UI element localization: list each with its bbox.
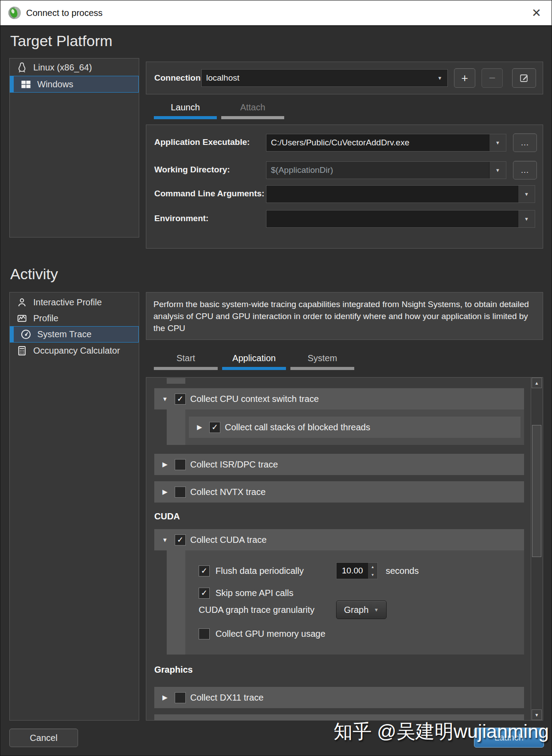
option-collect-cuda-trace[interactable]: ▼ ✓ Collect CUDA trace <box>154 529 524 550</box>
working-directory-value: $(ApplicationDir) <box>266 165 489 175</box>
target-platform-heading: Target Platform <box>10 32 113 50</box>
tab-application[interactable]: Application <box>222 350 286 371</box>
application-executable-label: Application Executable: <box>154 137 250 147</box>
environment-label: Environment: <box>154 214 208 223</box>
environment-field[interactable]: ▼ <box>266 210 535 228</box>
selection-bar <box>10 326 14 343</box>
chevron-down-icon[interactable]: ▼ <box>489 134 506 151</box>
working-directory-label: Working Directory: <box>154 165 230 175</box>
graph-granularity-dropdown[interactable]: Graph ▼ <box>336 600 387 619</box>
gauge-icon <box>20 328 32 340</box>
scrollbar[interactable]: ▲ ▼ <box>531 378 542 720</box>
collapse-arrow-icon[interactable]: ▶ <box>160 694 170 701</box>
indent-guide <box>167 409 185 445</box>
activity-item-occupancy-calculator[interactable]: Occupancy Calculator <box>10 343 139 359</box>
activity-list: Interactive Profile Profile System Trace… <box>9 292 139 721</box>
application-executable-value: C:/Users/Public/CuVectorAddDrv.exe <box>266 138 489 148</box>
title-bar: Connect to process ✕ <box>0 0 552 26</box>
option-collect-isr-dpc[interactable]: ▶ Collect ISR/DPC trace <box>154 454 524 475</box>
flush-interval-unit: seconds <box>386 566 419 576</box>
option-collect-dx11[interactable]: ▶ Collect DX11 trace <box>154 687 524 708</box>
browse-executable-button[interactable]: ... <box>513 133 537 152</box>
cuda-section-header: CUDA <box>154 511 180 522</box>
checkbox[interactable]: ✓ <box>175 394 186 405</box>
activity-description: Perform the basic system-wide tracing ca… <box>146 292 543 340</box>
chevron-down-icon[interactable]: ▼ <box>489 162 506 179</box>
indent-guide <box>167 550 185 655</box>
activity-item-profile[interactable]: Profile <box>10 310 139 326</box>
platform-item-windows[interactable]: Windows <box>10 76 139 93</box>
option-collect-gpu-memory[interactable]: Collect GPU memory usage <box>185 625 524 643</box>
windows-logo-icon <box>20 78 32 90</box>
activity-label: Interactive Profile <box>33 297 102 308</box>
checkbox[interactable]: ✓ <box>209 422 220 433</box>
remove-connection-button[interactable]: − <box>482 68 503 88</box>
edit-pencil-icon <box>519 73 529 83</box>
chevron-down-icon: ▼ <box>374 607 379 612</box>
activity-description-panel: Perform the basic system-wide tracing ca… <box>146 292 543 340</box>
linux-penguin-icon <box>16 62 28 74</box>
clipped-row <box>154 714 524 720</box>
chevron-down-icon[interactable]: ▼ <box>518 210 535 227</box>
checkbox[interactable] <box>175 487 186 498</box>
collapse-arrow-icon[interactable]: ▶ <box>194 423 205 431</box>
checkbox[interactable]: ✓ <box>199 565 210 577</box>
chevron-down-icon[interactable]: ▼ <box>518 186 535 203</box>
tab-launch[interactable]: Launch <box>154 99 217 120</box>
spinner-up-icon[interactable]: ▲ <box>368 563 377 571</box>
chevron-down-icon: ▼ <box>432 75 447 81</box>
expand-arrow-icon[interactable]: ▼ <box>160 537 170 543</box>
activity-label: Profile <box>33 313 59 323</box>
expand-arrow-icon[interactable]: ▼ <box>160 396 170 402</box>
browse-working-directory-button[interactable]: ... <box>513 161 537 179</box>
activity-heading: Activity <box>10 265 58 283</box>
chart-icon <box>16 312 28 324</box>
add-connection-button[interactable]: + <box>454 68 475 88</box>
collapse-arrow-icon[interactable]: ▶ <box>160 488 170 496</box>
close-icon[interactable]: ✕ <box>529 0 544 25</box>
command-line-arguments-field[interactable]: ▼ <box>266 185 535 203</box>
spinner-down-icon[interactable]: ▼ <box>368 571 377 579</box>
trace-options-panel: ▼ ✓ Collect CPU context switch trace ▶ ✓… <box>146 377 543 721</box>
checkbox[interactable] <box>175 692 186 703</box>
cancel-button[interactable]: Cancel <box>9 729 78 747</box>
connection-select[interactable]: localhost ▼ <box>201 69 448 87</box>
scrollbar-thumb[interactable] <box>532 425 541 557</box>
launch-button[interactable]: Launch <box>474 728 544 748</box>
tab-attach[interactable]: Attach <box>221 99 284 120</box>
scroll-down-icon[interactable]: ▼ <box>532 709 542 720</box>
activity-item-interactive-profile[interactable]: Interactive Profile <box>10 294 139 310</box>
checkbox[interactable] <box>175 459 186 470</box>
tab-system[interactable]: System <box>290 350 354 371</box>
flush-interval-value[interactable]: 10.00 <box>337 563 368 579</box>
platform-label: Windows <box>37 79 73 90</box>
graphics-section-header: Graphics <box>154 665 193 675</box>
option-collect-call-stacks[interactable]: ▶ ✓ Collect call stacks of blocked threa… <box>189 417 521 438</box>
checkbox[interactable] <box>199 628 210 639</box>
calculator-icon <box>16 345 28 357</box>
connection-label: Connection: <box>154 62 204 94</box>
edit-connection-button[interactable] <box>512 68 536 88</box>
platform-item-linux[interactable]: Linux (x86_64) <box>10 59 139 76</box>
option-flush-data-periodically[interactable]: ✓ Flush data periodically 10.00 ▲ ▼ seco… <box>185 561 524 581</box>
option-collect-nvtx[interactable]: ▶ Collect NVTX trace <box>154 481 524 503</box>
activity-label: Occupancy Calculator <box>33 346 120 356</box>
activity-item-system-trace[interactable]: System Trace <box>10 326 139 343</box>
checkbox[interactable]: ✓ <box>175 534 186 546</box>
tab-start[interactable]: Start <box>154 350 218 371</box>
nvidia-nsight-icon <box>8 6 22 20</box>
collapse-arrow-icon[interactable]: ▶ <box>160 460 170 468</box>
option-skip-api-calls[interactable]: ✓ Skip some API calls <box>185 584 524 602</box>
selection-bar <box>10 76 14 93</box>
flush-interval-spinner[interactable]: 10.00 ▲ ▼ <box>336 562 378 579</box>
working-directory-field[interactable]: $(ApplicationDir) ▼ <box>266 161 506 179</box>
checkbox[interactable]: ✓ <box>199 588 210 599</box>
platform-list: Linux (x86_64) Windows <box>9 58 139 238</box>
window-title: Connect to process <box>26 8 102 18</box>
scroll-up-icon[interactable]: ▲ <box>532 378 542 388</box>
command-line-arguments-label: Command Line Arguments: <box>154 189 264 199</box>
option-collect-cpu-context-switch[interactable]: ▼ ✓ Collect CPU context switch trace <box>154 388 524 409</box>
clipped-row <box>167 378 185 384</box>
activity-label: System Trace <box>37 329 91 339</box>
application-executable-field[interactable]: C:/Users/Public/CuVectorAddDrv.exe ▼ <box>266 134 506 152</box>
